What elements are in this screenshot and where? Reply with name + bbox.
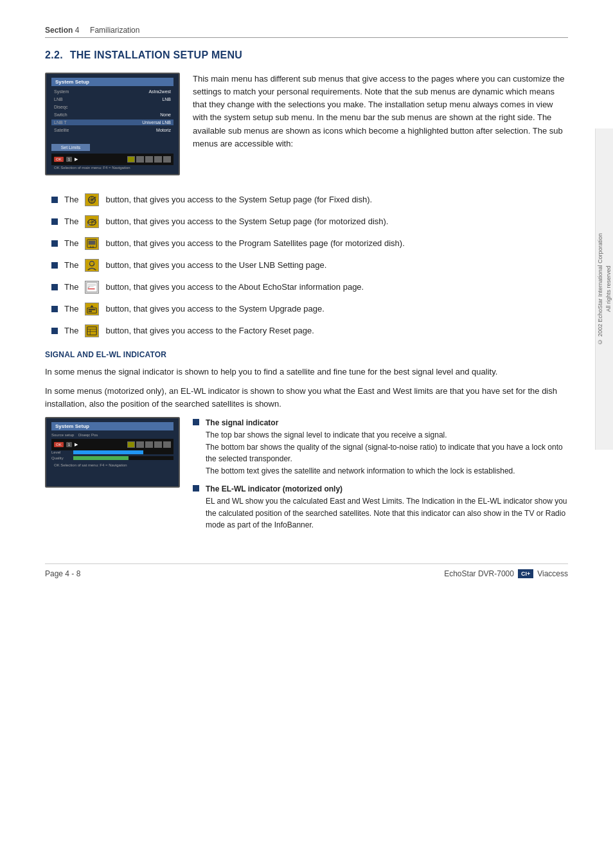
menu-row-system: SystemAstra2west bbox=[51, 89, 173, 94]
copyright-text: © 2002 EchoStar International Corporatio… bbox=[597, 233, 603, 345]
the-prefix-7: The bbox=[64, 324, 78, 337]
signal-icon-5 bbox=[163, 441, 171, 448]
bullet-list: The button, that gives you access to the… bbox=[45, 193, 568, 337]
page-number: Page 4 - 8 bbox=[45, 569, 80, 578]
bullet-text-fixed-dish: button, that gives you access to the Sys… bbox=[105, 193, 372, 206]
chapter-heading: THE INSTALLATION SETUP MENU bbox=[70, 49, 243, 60]
signal-bullet-square-1 bbox=[193, 419, 199, 425]
menu-bottom-bar: OK 1 ▶ bbox=[51, 154, 173, 165]
signal-text-content: The signal indicator The top bar shows t… bbox=[193, 417, 568, 537]
fixed-dish-icon bbox=[85, 193, 99, 206]
nav-icon-2 bbox=[136, 156, 144, 163]
bullet-text-about-echostar: button, that gives you access to the Abo… bbox=[105, 281, 364, 294]
the-prefix-2: The bbox=[64, 215, 78, 228]
bullet-square-1 bbox=[51, 197, 58, 203]
viaccess-label: Viaccess bbox=[537, 569, 568, 578]
right-sidebar-text: © 2002 EchoStar International Corporatio… bbox=[596, 233, 612, 345]
section-label: Section bbox=[45, 26, 73, 35]
bullet-square-6 bbox=[51, 306, 58, 312]
nav-icon-4 bbox=[154, 156, 162, 163]
section-number: 4 bbox=[75, 26, 80, 35]
intro-text: This main menu has different sub menus t… bbox=[193, 73, 568, 175]
signal-icon-4 bbox=[154, 441, 162, 448]
rights-text: All rights reserved bbox=[605, 266, 612, 312]
signal-bullet-1-text: The signal indicator The top bar shows t… bbox=[206, 417, 568, 477]
bullet-text-user-lnb: button, that gives you access to the Use… bbox=[105, 259, 326, 272]
svg-point-12 bbox=[87, 224, 90, 227]
signal-bullet-2-text: The EL-WL indicator (motorized only) EL … bbox=[206, 483, 568, 531]
right-sidebar: © 2002 EchoStar International Corporatio… bbox=[595, 128, 613, 450]
signal-nav-icons bbox=[127, 441, 171, 448]
menu-row-switch: SwitchNone bbox=[51, 112, 173, 118]
signal-nav-1: 1 bbox=[66, 442, 72, 447]
logo-box: CI+ bbox=[518, 569, 533, 578]
signal-icon-3 bbox=[145, 441, 153, 448]
signal-icon-2 bbox=[136, 441, 144, 448]
nav-icon-3 bbox=[145, 156, 153, 163]
signal-section-title: Signal and EL-WL indicator bbox=[45, 350, 568, 359]
product-name: EchoStar DVR-7000 bbox=[444, 569, 514, 578]
bullet-text-motorized-dish: button, that gives you access to the Sys… bbox=[105, 215, 388, 228]
bullet-text-system-upgrade: button, that gives you access to the Sys… bbox=[105, 303, 324, 315]
nav-icon-1 bbox=[127, 156, 135, 163]
signal-para2: In some menus (motorized only), an EL-WL… bbox=[45, 385, 568, 411]
nav-btn-ok: OK bbox=[54, 157, 64, 162]
signal-level-row: Level bbox=[51, 450, 173, 454]
menu-status-text: OK Selection of main menu: F4 = Navigati… bbox=[51, 165, 173, 170]
bullet-item-factory-reset: The button, that gives you access to the… bbox=[45, 324, 568, 337]
bullet-item-program-satellites: The button, that gives you access to the… bbox=[45, 237, 568, 250]
elwl-desc: EL and WL show you the calculated East a… bbox=[206, 497, 567, 529]
signal-bullet-2-label: The EL-WL indicator (motorized only) bbox=[206, 484, 342, 493]
signal-bullet-2: The EL-WL indicator (motorized only) EL … bbox=[193, 483, 568, 531]
signal-bullet-square-2 bbox=[193, 485, 199, 492]
svg-rect-31 bbox=[89, 309, 96, 310]
signal-screenshot: System Setup Source setup Diseqc Pos OK … bbox=[45, 417, 180, 488]
menu-title-bar: System Setup bbox=[51, 78, 173, 86]
menu-row-satelite: SateliteMotoriz bbox=[51, 127, 173, 133]
menu-rows: SystemAstra2west LNBLNB Diseqc SwitchNon… bbox=[51, 89, 173, 141]
nav-btn-1: 1 bbox=[66, 157, 72, 162]
bullet-square-2 bbox=[51, 218, 58, 225]
menu-row-lnbt: LNB TUniversal LNB bbox=[51, 120, 173, 125]
bullet-item-fixed-dish: The button, that gives you access to the… bbox=[45, 193, 568, 206]
svg-text:✓: ✓ bbox=[87, 286, 90, 289]
bullet-text-factory-reset: button, that gives you access to the Fac… bbox=[105, 324, 314, 337]
signal-bullet-1: The signal indicator The top bar shows t… bbox=[193, 417, 568, 477]
signal-block: System Setup Source setup Diseqc Pos OK … bbox=[45, 417, 568, 537]
signal-nav-ok: OK bbox=[54, 442, 64, 447]
chapter-title: 2.2. THE INSTALLATION SETUP MENU bbox=[45, 49, 568, 61]
bullet-item-user-lnb: The button, that gives you access to the… bbox=[45, 259, 568, 272]
the-prefix-5: The bbox=[64, 281, 78, 294]
section-header: Section 4 Familiarization bbox=[45, 26, 568, 38]
signal-icon-1 bbox=[127, 441, 135, 448]
bullet-text-program-satellites: button, that gives you access to the Pro… bbox=[105, 237, 404, 250]
svg-rect-15 bbox=[89, 241, 96, 245]
chapter-number: 2.2. bbox=[45, 49, 63, 60]
signal-indicator-desc: The top bar shows the signal level to in… bbox=[206, 430, 563, 475]
signal-para1: In some menus the signal indicator is sh… bbox=[45, 366, 568, 378]
bullet-square-4 bbox=[51, 262, 58, 269]
bullet-item-about-echostar: The ✓ button, that gives you access to t… bbox=[45, 281, 568, 294]
intro-block: System Setup SystemAstra2west LNBLNB Dis… bbox=[45, 73, 568, 175]
footer-logo: EchoStar DVR-7000 CI+ Viaccess bbox=[444, 569, 568, 578]
section-title: Familiarization bbox=[90, 26, 139, 35]
program-satellites-icon bbox=[85, 237, 99, 250]
signal-menu-bar: System Setup bbox=[51, 422, 173, 430]
bullet-item-system-upgrade: The button, that gives you access to the… bbox=[45, 303, 568, 315]
svg-rect-32 bbox=[89, 311, 92, 312]
signal-status-text: OK Selection of sat menu: F4 = Navigatio… bbox=[51, 463, 173, 468]
factory-reset-icon bbox=[85, 324, 99, 337]
about-echostar-icon: ✓ bbox=[85, 281, 99, 294]
the-prefix-1: The bbox=[64, 193, 78, 206]
signal-nav-bar: OK 1 ▶ bbox=[51, 439, 173, 450]
bullet-square-7 bbox=[51, 328, 58, 334]
system-upgrade-icon bbox=[85, 303, 99, 315]
signal-bars: Level Quality bbox=[51, 450, 173, 460]
the-prefix-6: The bbox=[64, 303, 78, 315]
set-limits-btn: Set Limits bbox=[51, 144, 90, 151]
menu-row-lnb: LNBLNB bbox=[51, 96, 173, 102]
signal-bullet-1-label: The signal indicator bbox=[206, 418, 278, 427]
nav-icons bbox=[127, 156, 171, 163]
page-footer: Page 4 - 8 EchoStar DVR-7000 CI+ Viacces… bbox=[45, 563, 568, 578]
nav-icon-5 bbox=[163, 156, 171, 163]
